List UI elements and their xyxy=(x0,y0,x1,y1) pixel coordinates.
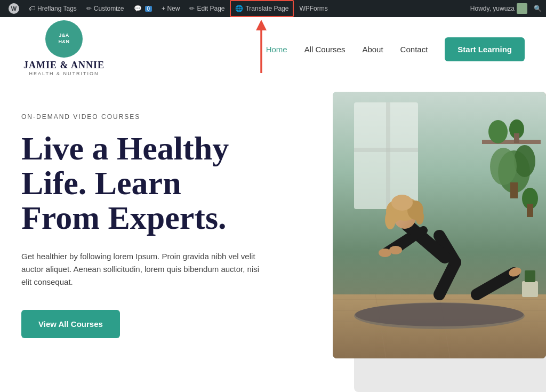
hero-yoga-image xyxy=(333,92,546,358)
main-nav: Home All Courses About Contact Start Lea… xyxy=(266,37,525,61)
site-logo: J&AH&N JAMIE & ANNIE HEALTH & NUTRITION xyxy=(21,20,107,78)
translate-page-button[interactable]: 🌐 Translate Page xyxy=(230,0,294,17)
customize-icon: ✏ xyxy=(86,5,92,12)
svg-rect-40 xyxy=(522,281,538,297)
start-learning-button[interactable]: Start Learning xyxy=(445,37,525,61)
translate-icon: 🌐 xyxy=(235,5,243,12)
nav-home[interactable]: Home xyxy=(266,45,287,54)
hreflang-tags-button[interactable]: 🏷 Hreflang Tags xyxy=(25,0,81,17)
wordpress-logo-icon: W xyxy=(9,3,19,14)
svg-rect-41 xyxy=(525,270,535,282)
comments-button[interactable]: 💬 0 xyxy=(130,0,157,17)
svg-point-8 xyxy=(490,148,517,185)
edit-icon: ✏ xyxy=(189,5,195,12)
svg-rect-15 xyxy=(514,133,519,143)
hero-left: ON-DEMAND VIDEO COURSES Live a Healthy L… xyxy=(0,81,322,392)
yoga-scene-svg xyxy=(333,92,546,358)
hero-title: Live a Healthy Life. Learn From Experts. xyxy=(21,131,301,235)
svg-rect-12 xyxy=(482,140,541,144)
search-icon[interactable]: 🔍 xyxy=(534,5,542,12)
svg-point-23 xyxy=(355,303,524,326)
hero-tag: ON-DEMAND VIDEO COURSES xyxy=(21,113,301,121)
logo-circle-text: J&AH&N xyxy=(59,33,70,45)
wpforms-button[interactable]: WPForms xyxy=(295,0,332,17)
svg-rect-5 xyxy=(354,148,418,152)
comments-icon: 💬 xyxy=(134,5,142,12)
admin-bar-right: Howdy, yuwuza 🔍 xyxy=(470,3,542,14)
logo-subtitle: HEALTH & NUTRITION xyxy=(23,71,105,76)
hero-right xyxy=(322,81,546,392)
view-all-courses-button[interactable]: View All Courses xyxy=(21,310,120,338)
admin-bar: W 🏷 Hreflang Tags ✏ Customize 💬 0 + New … xyxy=(0,0,546,17)
svg-rect-11 xyxy=(527,204,533,217)
howdy-text: Howdy, yuwuza xyxy=(470,5,515,12)
edit-page-button[interactable]: ✏ Edit Page xyxy=(185,0,229,17)
svg-point-38 xyxy=(385,210,396,229)
new-button[interactable]: + New xyxy=(157,0,184,17)
hero-description: Get healthier by following lorem Ipsum. … xyxy=(21,250,267,289)
logo-main-text: JAMIE & ANNIE xyxy=(23,60,105,71)
site-header: J&AH&N JAMIE & ANNIE HEALTH & NUTRITION … xyxy=(0,17,546,81)
svg-point-7 xyxy=(514,145,535,177)
logo-circle: J&AH&N xyxy=(45,20,83,58)
hreflang-icon: 🏷 xyxy=(29,5,35,12)
comment-count: 0 xyxy=(145,6,152,12)
svg-point-32 xyxy=(389,246,402,254)
logo-text: JAMIE & ANNIE HEALTH & NUTRITION xyxy=(21,58,107,78)
nav-about[interactable]: About xyxy=(362,45,383,54)
nav-contact[interactable]: Contact xyxy=(400,45,428,54)
svg-point-37 xyxy=(391,195,413,211)
svg-point-39 xyxy=(415,210,424,225)
customize-button[interactable]: ✏ Customize xyxy=(82,0,129,17)
svg-point-13 xyxy=(488,120,508,143)
hero-section: ON-DEMAND VIDEO COURSES Live a Healthy L… xyxy=(0,81,546,392)
wp-logo-button[interactable]: W xyxy=(4,0,23,17)
svg-rect-9 xyxy=(510,182,518,198)
svg-rect-4 xyxy=(386,102,390,209)
nav-all-courses[interactable]: All Courses xyxy=(304,45,346,54)
user-avatar xyxy=(517,3,527,14)
